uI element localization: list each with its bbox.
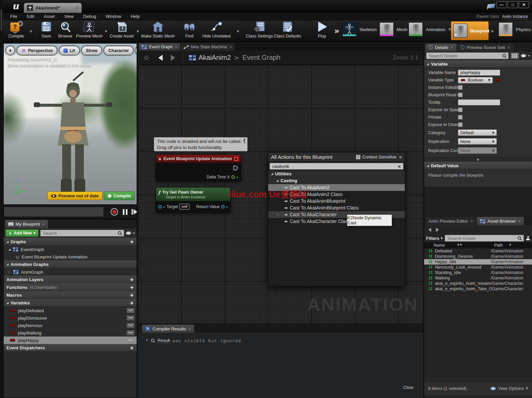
menu-item[interactable]: Window xyxy=(101,13,126,20)
event-dispatchers-section-header[interactable]: Event Dispatchers + xyxy=(4,344,137,352)
tab-close-icon[interactable]: × xyxy=(470,219,473,223)
asset-search-input[interactable] xyxy=(445,235,524,241)
asset-row[interactable]: Happy_Idle /Game/Animation xyxy=(424,259,532,265)
animgraph-item[interactable]: ▷ AnimGraph xyxy=(4,268,137,276)
expose-on-spawn-checkbox[interactable] xyxy=(458,107,463,112)
asset-row[interactable]: Nervously_Look_Around /Game/Animation xyxy=(424,265,532,270)
menu-item[interactable]: View xyxy=(60,13,78,20)
event-update-item[interactable]: ◇ Event Blueprint Update Animation xyxy=(4,253,137,260)
instance-editable-checkbox[interactable] xyxy=(458,85,463,90)
preview-mesh-button[interactable]: Preview Mesh xyxy=(75,21,103,39)
mode-physics[interactable]: Physics xyxy=(499,22,531,36)
character-button[interactable]: Character xyxy=(104,46,133,55)
expand-arrow-icon[interactable]: ▶ xyxy=(399,155,402,159)
perspective-button[interactable]: Perspective xyxy=(17,46,57,55)
asset-row[interactable]: Dismissing_Gesture /Game/Animation xyxy=(424,254,532,259)
tab-close-icon[interactable]: × xyxy=(175,45,177,49)
animation-mode-caret[interactable]: ▼ xyxy=(448,28,451,31)
category-utilities[interactable]: ◢Utilities xyxy=(268,171,405,177)
variable-section-header[interactable]: ◢Variable xyxy=(424,60,532,68)
add-macro-button[interactable]: + xyxy=(130,292,134,298)
hide-unrelated-caret[interactable]: ▼ xyxy=(237,30,239,33)
class-settings-button[interactable]: Class Settings xyxy=(246,21,273,39)
variable-row[interactable]: playWalking xyxy=(4,329,137,337)
replication-condition-dropdown[interactable]: None▼ xyxy=(458,147,497,154)
add-variable-button[interactable]: + xyxy=(130,300,134,306)
save-button[interactable]: Save xyxy=(38,21,55,39)
browse-button[interactable]: Browse xyxy=(56,21,74,39)
asset-nav-back-icon[interactable] xyxy=(428,228,431,232)
tab-new-state-machine[interactable]: New State Machine × xyxy=(181,43,235,51)
container-type-pill[interactable] xyxy=(495,79,500,81)
tab-anim-preview-editor[interactable]: Anim Preview Editor × xyxy=(425,217,476,225)
blueprint-readonly-checkbox[interactable] xyxy=(458,93,463,97)
left-edge-handle[interactable] xyxy=(1,9,2,31)
menu-item[interactable]: File xyxy=(5,13,22,20)
parent-class-value[interactable]: Anim Instance xyxy=(502,14,528,19)
tab-close-icon[interactable]: × xyxy=(42,222,45,226)
view-options-button[interactable]: View Options ▼ xyxy=(490,386,528,391)
result-link[interactable]: Result xyxy=(158,338,170,343)
breadcrumb-page[interactable]: Event Graph xyxy=(242,54,280,61)
tab-close-icon[interactable]: × xyxy=(507,45,510,50)
variable-row[interactable]: playDismissive xyxy=(4,314,137,322)
asset-document-tab[interactable]: AkaiAnim2* × xyxy=(24,3,82,13)
category-dropdown[interactable]: Default▼ xyxy=(458,129,497,136)
create-asset-button[interactable]: ✶ Create Asset xyxy=(108,21,135,39)
window-maximize-button[interactable]: □ xyxy=(508,1,518,8)
record-button[interactable] xyxy=(111,208,118,216)
details-search-input[interactable] xyxy=(426,53,508,59)
step-forward-button[interactable] xyxy=(132,209,137,215)
variable-visibility-toggle[interactable] xyxy=(126,315,135,321)
graphs-section-header[interactable]: ◢Graphs + xyxy=(4,238,137,246)
saved-search-icon[interactable] xyxy=(526,236,530,240)
create-asset-caret[interactable]: ▼ xyxy=(137,30,139,33)
nav-back-icon[interactable] xyxy=(158,55,163,61)
asset-row[interactable]: akai_e_espiritu_Anim_Take_001 /Game/Char… xyxy=(424,286,532,292)
try-get-pawn-owner-node[interactable]: ƒTry Get Pawn Owner Target is Anim Insta… xyxy=(156,187,231,213)
visibility-filter-caret[interactable]: ▼ xyxy=(133,232,135,235)
column-path[interactable]: Path xyxy=(494,243,503,248)
variable-row[interactable]: playDefeated xyxy=(4,307,137,314)
animation-layers-section-header[interactable]: Animation Layers + xyxy=(4,276,137,283)
mode-mesh[interactable]: Mesh xyxy=(379,22,408,36)
menu-item[interactable]: Debug xyxy=(78,13,101,20)
details-view-options-icon[interactable] xyxy=(521,54,526,57)
property-matrix-button[interactable] xyxy=(510,52,519,59)
delta-time-pin[interactable]: Delta Time X ▸ xyxy=(207,175,238,179)
viewport-compile-button[interactable]: Compile xyxy=(104,192,135,200)
my-blueprint-search-input[interactable] xyxy=(41,230,124,236)
tab-preview-scene-settings[interactable]: ⓘ Preview Scene Sett × xyxy=(457,44,513,51)
tab-close-icon[interactable]: × xyxy=(75,5,79,10)
add-new-button[interactable]: +Add New▼ xyxy=(5,229,39,237)
compile-button[interactable]: ? Compile xyxy=(4,21,28,39)
hide-unrelated-button[interactable]: Hide Unrelated xyxy=(200,21,233,39)
add-animation-layer-button[interactable]: + xyxy=(130,277,134,283)
menu-item[interactable]: Asset xyxy=(39,13,60,20)
toolbar-overflow-chevrons[interactable]: » xyxy=(334,26,340,36)
context-sensitive-toggle[interactable]: ✓ Context Sensitive ▶ xyxy=(356,154,402,159)
tutorial-icon[interactable] xyxy=(487,3,496,10)
target-pin[interactable]: ▸ Target self xyxy=(158,204,189,209)
mode-animation[interactable]: Animation ▼ xyxy=(409,22,451,36)
event-blueprint-update-animation-node[interactable]: ◈ Event Blueprint Update Animation Delta… xyxy=(156,154,241,181)
add-function-button[interactable]: + xyxy=(130,284,134,291)
mode-blueprint[interactable]: ★ Blueprint xyxy=(451,21,489,40)
preview-mesh-caret[interactable]: ▼ xyxy=(105,30,107,33)
nav-forward-icon[interactable] xyxy=(171,55,175,61)
animation-graphs-section-header[interactable]: ◢Animation Graphs xyxy=(4,260,137,268)
window-close-button[interactable]: ✕ xyxy=(519,1,529,8)
expose-to-cinematics-checkbox[interactable] xyxy=(458,122,463,127)
variables-section-header[interactable]: ◢Variables + xyxy=(4,299,137,307)
clear-search-icon[interactable]: × xyxy=(397,164,401,169)
column-name[interactable]: Name xyxy=(424,243,445,248)
asset-row[interactable]: Standing_Idle /Game/Animation xyxy=(424,270,532,275)
functions-section-header[interactable]: Functions(4 Overridable) + xyxy=(4,283,137,291)
show-button[interactable]: Show xyxy=(82,46,102,55)
tab-details[interactable]: ⓘ Details × xyxy=(425,44,457,51)
details-view-options-caret[interactable]: ▼ xyxy=(528,54,530,57)
tab-compiler-results[interactable]: Compiler Results × xyxy=(142,325,194,333)
tab-event-graph[interactable]: Event Graph × xyxy=(139,43,180,51)
variable-row[interactable]: playHappy xyxy=(4,337,137,344)
tab-my-blueprint[interactable]: My Blueprint × xyxy=(5,220,48,228)
